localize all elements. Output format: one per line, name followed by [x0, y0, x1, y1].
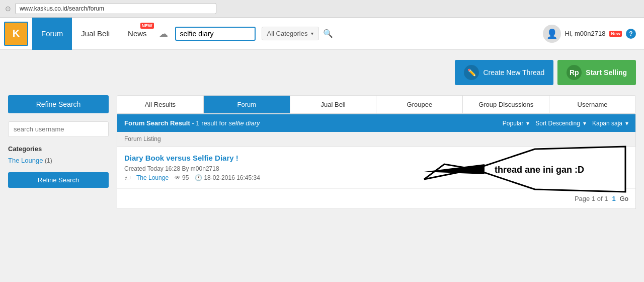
tab-username[interactable]: Username [549, 96, 635, 113]
views-icon: 👁 [175, 174, 181, 181]
user-greeting: Hi, m00n2718 [565, 30, 606, 37]
search-wrapper [175, 27, 256, 41]
thread-tag-link[interactable]: The Lounge [136, 174, 169, 181]
nav-forum[interactable]: Forum [32, 18, 72, 50]
results-header-left: Forum Search Result - 1 result for selfi… [124, 119, 260, 127]
category-dropdown[interactable]: All Categories ▾ [262, 27, 319, 40]
time-value: 18-02-2016 16:45:34 [204, 174, 260, 181]
help-button[interactable]: ? [626, 29, 636, 39]
tab-groupee[interactable]: Groupee [376, 96, 463, 113]
categories-title: Categories [8, 145, 109, 153]
sort-arrow-time: ▾ [625, 120, 628, 127]
refine-search-top-button[interactable]: Refine Search [8, 95, 109, 113]
results-area: All Results Forum Jual Beli Groupee Grou… [117, 95, 636, 209]
pagination-text: Page 1 of 1 [575, 195, 608, 202]
page-number-link[interactable]: 1 [612, 195, 615, 202]
the-lounge-link[interactable]: The Lounge [8, 157, 43, 164]
nav-news[interactable]: News NEW [119, 18, 156, 50]
tab-forum[interactable]: Forum [204, 96, 290, 113]
browser-icon: ⊙ [5, 5, 11, 13]
pagination: Page 1 of 1 1 Go [117, 189, 635, 208]
search-button[interactable]: 🔍 [323, 29, 333, 38]
sub-header: Forum Listing [117, 132, 635, 147]
filter-tabs: All Results Forum Jual Beli Groupee Grou… [117, 95, 636, 114]
search-username-input[interactable] [8, 121, 109, 137]
news-badge: NEW [140, 23, 154, 29]
results-wrapper: Forum Search Result - 1 result for selfi… [117, 114, 636, 209]
navbar: K Forum Jual Beli News NEW ☁ All Categor… [0, 18, 644, 50]
main-content: ✏️ Create New Thread Rp Start Selling Re… [0, 50, 644, 219]
sort-options: Popular ▾ Sort Descending ▾ Kapan saja ▾ [503, 120, 628, 127]
sort-arrow-popular: ▾ [526, 120, 529, 127]
create-thread-button[interactable]: ✏️ Create New Thread [455, 60, 553, 85]
nav-jual-beli[interactable]: Jual Beli [72, 18, 119, 50]
thread-tags: 🏷 The Lounge 👁 95 🕐 18-02-2016 16:45:34 [124, 174, 628, 181]
rp-icon: Rp [567, 65, 582, 80]
url-bar[interactable]: www.kaskus.co.id/search/forum [15, 3, 216, 14]
user-area: 👤 Hi, m00n2718 New ? [543, 25, 644, 43]
results-count: - 1 result for [192, 119, 226, 127]
sidebar: Refine Search Categories The Lounge (1) … [8, 95, 109, 209]
thread-meta: Created Today 16:28 By m00n2718 [124, 165, 628, 172]
sort-descending[interactable]: Sort Descending [535, 120, 580, 127]
table-row: Diary Book versus Selfie Diary ! Created… [117, 147, 635, 189]
thread-time: 🕐 18-02-2016 16:45:34 [195, 174, 260, 181]
sort-time[interactable]: Kapan saja [592, 120, 622, 127]
category-count: (1) [45, 157, 52, 164]
kaskus-logo[interactable]: K [4, 22, 28, 46]
clock-icon: 🕐 [195, 174, 202, 181]
refine-search-bottom-button[interactable]: Refine Search [8, 172, 109, 188]
action-buttons: ✏️ Create New Thread Rp Start Selling [8, 60, 636, 85]
sort-popular[interactable]: Popular [503, 120, 523, 127]
tab-all-results[interactable]: All Results [117, 96, 204, 113]
thread-views: 👁 95 [175, 174, 189, 181]
results-search-term: selfie diary [228, 119, 260, 127]
results-title: Forum Search Result [124, 119, 190, 127]
tab-group-discussions[interactable]: Group Discussions [463, 96, 549, 113]
page-go-button[interactable]: Go [620, 195, 628, 202]
search-input[interactable] [180, 30, 251, 38]
content-layout: Refine Search Categories The Lounge (1) … [8, 95, 636, 209]
avatar: 👤 [543, 25, 561, 43]
results-header: Forum Search Result - 1 result for selfi… [117, 114, 635, 132]
sort-arrow-descending: ▾ [583, 120, 586, 127]
thread-title[interactable]: Diary Book versus Selfie Diary ! [124, 154, 628, 162]
user-badge-new: New [609, 31, 622, 37]
start-selling-button[interactable]: Rp Start Selling [557, 60, 636, 85]
tab-jual-beli[interactable]: Jual Beli [290, 96, 377, 113]
weather-icon: ☁ [159, 28, 168, 39]
chevron-down-icon: ▾ [311, 31, 313, 36]
views-count: 95 [182, 174, 189, 181]
pencil-icon: ✏️ [464, 65, 479, 80]
browser-bar: ⊙ www.kaskus.co.id/search/forum [0, 0, 644, 18]
tag-icon: 🏷 [124, 174, 130, 181]
results-box: Forum Search Result - 1 result for selfi… [117, 114, 636, 209]
